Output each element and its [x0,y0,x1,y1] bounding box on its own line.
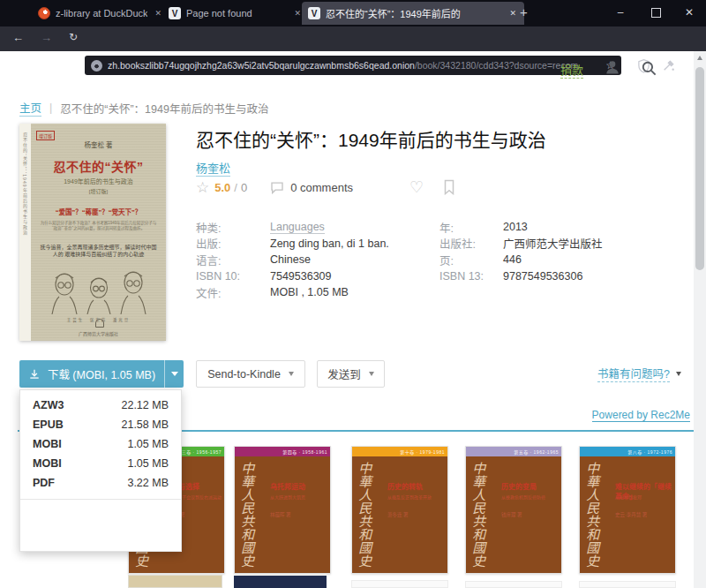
format-name: MOBI [33,457,62,470]
favorite-heart-icon[interactable]: ♡ [409,179,424,195]
chevron-down-icon [676,372,681,376]
format-size: 21.58 MB [121,418,169,431]
comments-count[interactable]: 0 comments [290,181,353,194]
stat-badge[interactable] [18,57,32,74]
browser-tab[interactable]: Page not found ✕ [162,2,309,25]
window-maximize-button[interactable] [642,0,669,25]
scrollbar-up-arrow[interactable] [697,56,702,60]
page-scrollbar[interactable] [694,51,706,588]
detail-row: 年: 2013 [439,219,687,236]
url-bar[interactable]: zh.bookszlibb74ugqojhzhg2a63w5i2atv5bqar… [85,56,621,75]
related-book-cover[interactable]: 第八卷 · 1972-1976 中華人民共和國史 难以继续的「继续革命」 从批林… [579,446,676,574]
tab-favicon [38,7,50,19]
cover-subtitle: 1949年前后的书生与政治 [31,177,166,185]
send-to-button[interactable]: 发送到 [317,360,385,388]
chevron-down-icon [171,372,178,376]
convert-menu-item[interactable] [20,514,181,522]
rating-value: 5.0 [214,181,230,194]
rating-star-icon[interactable]: ☆ [196,180,209,195]
window-minimize-button[interactable]: – [607,0,634,25]
extension-wand-icon[interactable] [662,58,676,76]
related-cover-body: 中華人民共和國史 难以继续的「继续革命」 从批林到批邓 史云·李丹慧 著 [580,456,675,573]
related-book-cover-partial[interactable] [579,581,676,588]
series-color-bar: 第八卷 · 1972-1976 [580,447,675,456]
book-cover-image[interactable]: 忍不住的“关怀”：1949年前后的书生与政治 增订版 杨奎松 著 忍不住的“关怀… [19,124,166,341]
breadcrumb: 主页 | 忍不住的“关怀”：1949年前后的书生与政治 [19,99,268,117]
series-color-bar: 第四卷 · 1958-1961 [235,447,330,456]
related-book-cover-partial[interactable] [128,575,222,588]
rating-count: 0 [241,181,247,194]
onion-site-icon [91,60,102,72]
cover-paragraph: 为什么知识分子放不下政治？本书考察1949年前后几位知识分子与“政治”“革命”之… [40,221,157,231]
comments-icon[interactable] [270,181,284,194]
related-book-cover[interactable]: 第四卷 · 1958-1961 中華人民共和國史 乌托邦运动 从大跃进到大饥荒 … [234,446,331,574]
search-icon[interactable] [641,60,657,80]
tab-favicon [308,7,320,19]
chevron-down-icon [369,372,374,376]
tab-bar: z-library at DuckDuckGo ✕ Page not found… [0,0,706,26]
detail-value: Zeng ding ban, di 1 ban. [270,237,389,250]
detail-label: ISBN 13: [439,270,503,283]
author-link[interactable]: 杨奎松 [196,159,230,177]
related-book-cover-partial[interactable] [465,581,562,588]
convert-menu-item[interactable] [20,522,181,530]
related-book-title: 乌托邦运动 [270,481,327,491]
format-menu-item[interactable]: MOBI 1.05 MB [20,434,181,454]
tab-title: Page not found [186,8,287,19]
breadcrumb-separator: | [49,102,52,114]
menu-divider [20,499,181,500]
related-book-cover[interactable]: 第五卷 · 1962-1965 中華人民共和國史 历史的变局 从挽救危机到反修防… [465,446,562,574]
book-spine: 忍不住的“关怀”：1949年前后的书生与政治 [19,124,32,341]
related-book-subtitle: 从批林到批邓 [615,494,672,500]
cover-edition: [增订版] [31,187,166,195]
format-name: EPUB [33,418,64,431]
forward-button[interactable]: → [41,31,52,44]
send-to-kindle-label: Send-to-Kindle [207,368,281,381]
stat-badge[interactable] [40,57,54,74]
reload-button[interactable]: ↻ [69,31,78,43]
format-menu-item[interactable]: EPUB 21.58 MB [20,415,181,434]
donate-link[interactable]: 捐款 [560,61,583,79]
back-button[interactable]: ← [12,31,24,44]
format-name: PDF [33,477,55,489]
related-cover-body: 中華人民共和國史 历史的转轨 从拨乱反正到改革开放 萧冬连 著 [352,456,447,573]
convert-menu-item[interactable] [20,506,181,514]
series-calligraphy: 中華人民共和國史 [583,462,598,568]
scrollbar-thumb[interactable] [695,67,704,270]
tab-title: z-library at DuckDuckGo [56,8,147,19]
format-menu-item[interactable]: PDF 3.22 MB [20,473,181,493]
related-book-cover-partial[interactable] [234,576,327,588]
user-profile-icon[interactable] [604,58,621,79]
breadcrumb-home-link[interactable]: 主页 [19,99,41,117]
series-calligraphy: 中華人民共和國史 [356,462,371,568]
report-issue-link[interactable]: 书籍有问题吗? [597,365,670,382]
format-menu-item[interactable]: MOBI 1.05 MB [20,454,181,473]
related-book-cover[interactable]: 第十卷 · 1979-1981 中華人民共和國史 历史的转轨 从拨乱反正到改革开… [351,446,448,574]
tab-close-icon[interactable]: ✕ [507,7,518,19]
download-button[interactable]: 下载 (MOBI, 1.05 MB) [19,360,164,388]
book-details-right: 年: 2013 出版社: 广西师范大学出版社 页: 446 ISBN 13: 9… [439,219,687,284]
browser-tab[interactable]: 忍不住的“关怀”：1949年前后的 ✕ [302,2,524,25]
window-close-button[interactable]: ✕ [676,0,702,25]
send-to-kindle-button[interactable]: Send-to-Kindle [196,360,305,388]
related-book-subtitle: 从拨乱反正到改革开放 [387,494,445,500]
series-calligraphy: 中華人民共和國史 [469,462,484,568]
detail-label: 文件: [196,284,270,301]
download-formats-toggle[interactable] [164,360,184,388]
browser-tab[interactable]: z-library at DuckDuckGo ✕ [32,2,169,25]
convert-menu-item[interactable] [20,538,181,546]
series-color-bar: 第五卷 · 1962-1965 [466,447,561,456]
format-menu-item[interactable]: AZW3 22.12 MB [20,396,181,415]
new-tab-button[interactable]: + [520,4,528,19]
publisher-logo [95,319,104,328]
bookmark-icon[interactable] [443,179,455,195]
detail-value: 9787549536306 [503,270,582,283]
detail-value: 446 [503,253,522,266]
related-book-cover-partial[interactable] [351,580,448,588]
convert-menu-item[interactable] [20,530,181,538]
detail-row: 出版: Zeng ding ban, di 1 ban. [196,236,427,253]
powered-by-link[interactable]: Powered by Rec2Me [592,409,690,422]
related-cover-body: 中華人民共和國史 历史的变局 从挽救危机到反修防修 钱庠理 著 [466,456,561,573]
url-host: zh.bookszlibb74ugqojhzhg2a63w5i2atv5bqar… [108,60,415,71]
stat-badge[interactable] [62,57,76,74]
